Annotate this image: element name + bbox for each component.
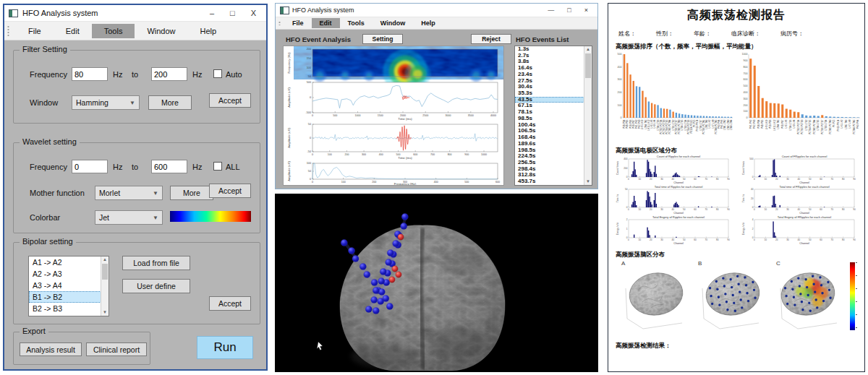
menu-item-file[interactable]: File [16,24,54,38]
svg-text:10: 10 [765,238,767,241]
close-button[interactable]: X [245,9,262,17]
bipolar-list-scrollbar[interactable]: ▲ ▼ [101,257,109,316]
left-titlebar[interactable]: HFO Analysis system – □ X [4,5,266,21]
svg-text:30: 30 [786,178,789,181]
menu-item-edit[interactable]: Edit [312,18,340,28]
menu-item-window[interactable]: Window [373,18,413,28]
menu-item-window[interactable]: Window [135,24,187,38]
svg-text:LH1-LH2: LH1-LH2 [841,119,843,128]
report-title: 高频振荡检测报告 [608,8,864,23]
menu-item-help[interactable]: Help [188,24,229,38]
svg-text:50: 50 [809,178,812,181]
all-checkbox-label: ALL [226,163,240,171]
patient-field-label: 姓名： [618,30,636,38]
wavelet-freq-from-input[interactable] [72,160,108,173]
list-item[interactable]: B2 -> B3 [29,303,109,314]
svg-text:P6B-PB7: P6B-PB7 [781,119,784,129]
list-item[interactable]: A1 -> A2 [29,257,109,268]
svg-text:PCTA2-PCTA4: PCTA2-PCTA4 [813,119,816,134]
svg-text:400: 400 [434,181,438,184]
wavelet-more-button[interactable]: More [170,186,213,200]
maximize-button[interactable]: □ [562,7,576,14]
minimize-button[interactable]: — [542,7,559,14]
mini-chart-5: Total Engery of Ripples for each channel… [616,215,731,245]
svg-text:PH3-PH4: PH3-PH4 [856,119,859,129]
window-select-value: Hamming [76,98,109,107]
filter-frequency-label: Frequency [30,70,67,79]
svg-text:LH9-LH10: LH9-LH10 [765,119,768,129]
all-checkbox[interactable] [213,162,222,171]
svg-text:90: 90 [853,208,856,211]
scroll-up-icon[interactable]: ▲ [101,257,109,263]
scroll-up-icon[interactable]: ▲ [584,46,592,53]
reject-button[interactable]: Reject [471,34,511,44]
hfo-events-list[interactable]: 1.3s2.7s3.8s16.4s23.4s27.5s30.4s35.3s43.… [514,46,592,186]
svg-text:LTA4-TA5: LTA4-TA5 [777,119,780,129]
scrollbar-thumb[interactable] [102,264,108,280]
svg-text:90: 90 [727,178,730,181]
svg-text:80: 80 [842,208,845,211]
scrollbar-thumb[interactable] [585,53,591,78]
svg-text:Total time of FRipples for eac: Total time of FRipples for each channel [779,185,829,189]
wavelet-accept-button[interactable]: Accept [209,184,251,198]
menu-item-tools[interactable]: Tools [92,24,135,38]
svg-text:PCTA4-PCTA5: PCTA4-PCTA5 [853,119,856,134]
user-define-button[interactable]: User define [122,279,190,293]
menu-item-edit[interactable]: Edit [54,24,92,38]
auto-checkbox[interactable] [213,69,222,78]
menu-item-tools[interactable]: Tools [340,18,373,28]
menu-item-file[interactable]: File [284,18,312,28]
wavelet-freq-to-input[interactable] [151,160,187,173]
svg-text:300: 300 [744,98,748,100]
svg-text:50: 50 [625,188,628,191]
mother-function-select[interactable]: Morlet ▼ [95,186,163,200]
mother-function-value: Morlet [99,189,120,197]
mini-chart-2: Count of FRipples for each channel050001… [741,154,857,184]
wavelet-frequency-label: Frequency [30,163,67,171]
filter-more-button[interactable]: More [148,95,192,110]
svg-text:Time (ms): Time (ms) [398,156,412,160]
menu-item-help[interactable]: Help [413,18,443,28]
svg-text:80: 80 [716,208,719,211]
filter-freq-from-input[interactable] [72,67,108,81]
svg-text:600: 600 [744,78,748,81]
bipolar-accept-button[interactable]: Accept [209,296,251,311]
svg-text:100: 100 [744,110,748,113]
window-select[interactable]: Hamming ▼ [72,95,140,110]
svg-text:4: 4 [752,218,754,221]
viewer-titlebar[interactable]: HFO Analysis system — □ × [276,4,597,17]
load-from-file-button[interactable]: Load from file [122,256,190,270]
setting-button[interactable]: Setting [362,34,403,44]
svg-text:0: 0 [754,208,755,211]
filter-accept-button[interactable]: Accept [209,93,251,108]
svg-text:90: 90 [727,208,730,211]
event-analysis-label: HFO Event Analysis [286,35,351,43]
list-item[interactable]: B1 -> B2 [29,291,109,303]
svg-text:100: 100 [328,153,332,156]
run-button[interactable]: Run [197,336,253,359]
chevron-down-icon: ▼ [153,190,158,197]
analysis-result-button[interactable]: Analysis result [20,342,82,356]
svg-text:PCTB2-PCTB3: PCTB2-PCTB3 [801,119,804,134]
clinical-report-button[interactable]: Clinical report [86,342,147,356]
svg-text:40: 40 [798,208,801,211]
svg-text:Total Engery of FRipples for e: Total Engery of FRipples for each channe… [778,215,831,219]
list-item[interactable]: A3 -> A4 [29,280,109,291]
list-item[interactable]: 453.7s [515,178,592,185]
mouse-cursor [317,342,323,350]
svg-text:800: 800 [744,66,748,69]
list-item[interactable]: A2 -> A3 [29,268,109,280]
maximize-button[interactable]: □ [224,9,241,17]
close-button[interactable]: × [579,7,593,14]
brain-3d-panel[interactable] [275,194,598,372]
scroll-down-icon[interactable]: ▼ [584,178,592,185]
events-list-scrollbar[interactable]: ▲ ▼ [584,46,592,185]
svg-text:20: 20 [650,238,652,241]
minimize-button[interactable]: – [204,9,220,17]
colorbar-select[interactable]: Jet ▼ [95,210,163,225]
scroll-down-icon[interactable]: ▼ [101,309,109,316]
filter-freq-to-input[interactable] [151,67,187,81]
svg-text:500: 500 [333,114,337,117]
svg-text:1000: 1000 [481,153,487,156]
bipolar-channel-list[interactable]: A1 -> A2A2 -> A3A3 -> A4B1 -> B2B2 -> B3… [28,256,109,316]
